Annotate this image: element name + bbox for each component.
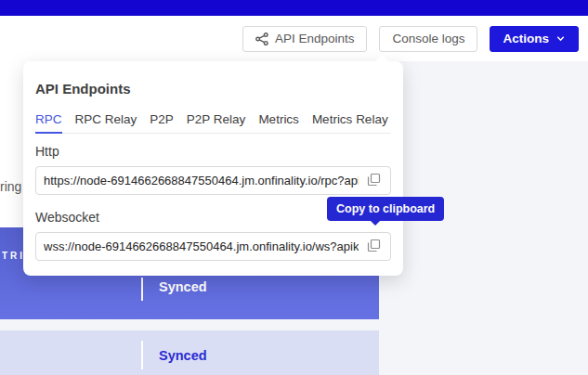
top-navbar [0,0,588,16]
tab-rpc[interactable]: RPC [35,112,62,134]
tab-p2p-relay[interactable]: P2P Relay [187,112,246,133]
tab-rpc-relay[interactable]: RPC Relay [75,112,137,133]
console-logs-button[interactable]: Console logs [379,26,477,52]
console-logs-button-label: Console logs [392,32,464,45]
websocket-url-value: wss://node-6914662668847550464.jm.onfina… [44,239,359,253]
tab-metrics[interactable]: Metrics [258,112,299,133]
api-endpoints-button-label: API Endpoints [275,32,355,45]
status-badge: Synced [159,279,207,294]
copy-tooltip: Copy to clipboard [327,197,444,221]
actions-button-label: Actions [503,32,549,45]
api-endpoints-button[interactable]: API Endpoints [242,26,368,52]
chevron-down-icon [555,33,566,44]
content-area: ring TRI Synced Synced API Endpoints RPC… [0,61,588,375]
clipped-background-text: ring [0,179,21,194]
websocket-url-field[interactable]: wss://node-6914662668847550464.jm.onfina… [35,232,391,261]
websocket-field-label: Websocket [35,210,99,225]
tab-p2p[interactable]: P2P [150,112,174,133]
endpoint-tabs: RPC RPC Relay P2P P2P Relay Metrics Metr… [35,112,391,134]
table-row[interactable]: Synced [0,330,379,375]
copy-icon [367,173,381,189]
http-url-field[interactable]: https://node-6914662668847550464.jm.onfi… [35,166,391,195]
copy-http-button[interactable] [364,172,383,190]
screen: API Endpoints Console logs Actions ring … [0,0,588,375]
api-endpoints-popover: API Endpoints RPC RPC Relay P2P P2P Rela… [23,61,403,276]
tab-metrics-relay[interactable]: Metrics Relay [312,112,388,133]
popover-title: API Endpoints [35,81,131,97]
copy-websocket-button[interactable] [364,238,383,256]
tooltip-arrow [370,220,381,226]
actions-button[interactable]: Actions [490,26,579,52]
column-divider [141,278,143,301]
copy-tooltip-label: Copy to clipboard [336,202,435,215]
status-badge: Synced [159,348,207,363]
copy-icon [367,239,381,255]
column-divider [141,341,143,369]
share-icon [255,32,268,45]
page-header: API Endpoints Console logs Actions [0,16,588,61]
row-label-clipped: TRI [2,251,25,261]
http-field-label: Http [35,144,59,159]
http-url-value: https://node-6914662668847550464.jm.onfi… [44,174,359,188]
